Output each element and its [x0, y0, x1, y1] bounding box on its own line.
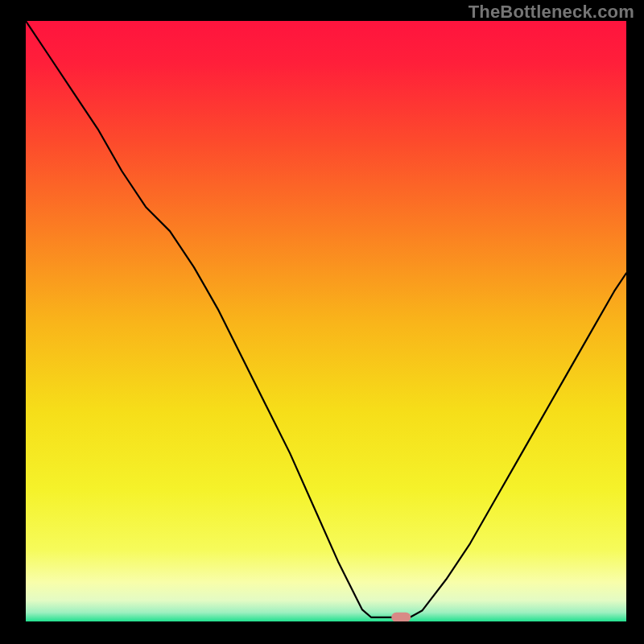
bottleneck-chart: [26, 21, 626, 621]
watermark-text: TheBottleneck.com: [469, 2, 634, 23]
gradient-background: [26, 21, 626, 621]
optimal-point-marker: [391, 613, 411, 621]
chart-frame: TheBottleneck.com: [0, 0, 644, 644]
